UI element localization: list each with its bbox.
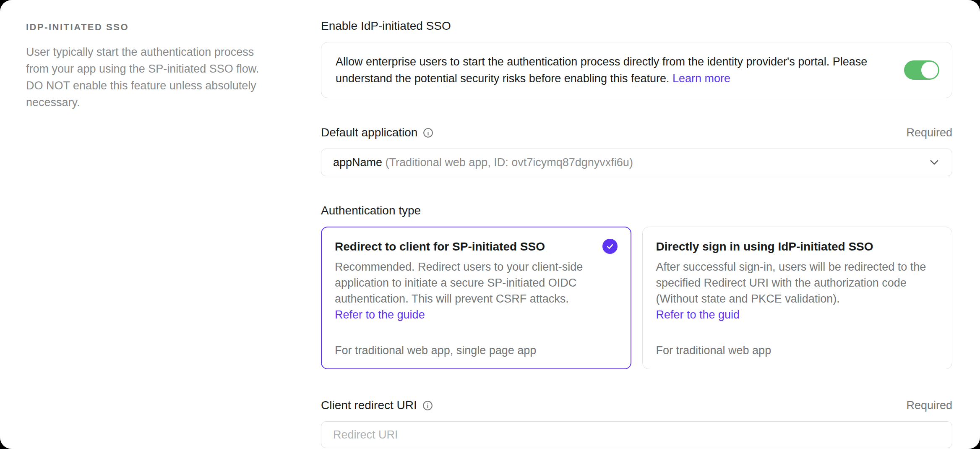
option-card-sp-initiated[interactable]: Redirect to client for SP-initiated SSO … [321,227,631,369]
required-badge: Required [906,399,952,412]
option-description: Recommended. Redirect users to your clie… [335,259,618,307]
enable-sso-description: Allow enterprise users to start the auth… [336,53,887,87]
learn-more-link[interactable]: Learn more [672,72,730,85]
option-title: Directly sign in using IdP-initiated SSO [656,239,873,255]
option-footnote: For traditional web app [656,326,939,357]
enable-sso-label-row: Enable IdP-initiated SSO [321,19,952,33]
option-card-idp-initiated[interactable]: Directly sign in using IdP-initiated SSO… [642,227,953,369]
toggle-knob [921,62,938,78]
section-title: IDP-INITIATED SSO [26,22,278,33]
selected-check-icon [602,239,618,254]
authentication-type-label-row: Authentication type [321,204,952,217]
settings-panel: IDP-INITIATED SSO User typically start t… [0,0,980,449]
required-badge: Required [906,126,952,139]
refer-guide-link[interactable]: Refer to the guide [335,307,425,323]
option-title: Redirect to client for SP-initiated SSO [335,239,545,255]
redirect-uri-input[interactable] [321,421,952,448]
client-redirect-uri-label: Client redirect URI [321,399,417,412]
client-redirect-uri-label-row: Client redirect URI Required [321,399,952,412]
refer-guide-link[interactable]: Refer to the guid [656,307,740,323]
enable-sso-description-text: Allow enterprise users to start the auth… [336,55,867,85]
default-application-select[interactable]: appName (Traditional web app, ID: ovt7ic… [321,149,952,176]
option-description: After successful sign-in, users will be … [656,259,939,307]
form-column: Enable IdP-initiated SSO Allow enterpris… [278,0,980,449]
authentication-type-label: Authentication type [321,204,421,217]
info-icon[interactable] [422,400,433,411]
option-footnote: For traditional web app, single page app [335,326,618,357]
enable-sso-toggle[interactable] [904,60,939,80]
chevron-down-icon [928,157,940,168]
section-sidebar: IDP-INITIATED SSO User typically start t… [0,0,278,449]
default-application-label: Default application [321,126,417,139]
selected-application-value: appName (Traditional web app, ID: ovt7ic… [333,156,633,169]
selected-application-meta: (Traditional web app, ID: ovt7icymq87dgn… [386,156,633,169]
section-description: User typically start the authentication … [26,44,278,111]
enable-sso-card: Allow enterprise users to start the auth… [321,42,952,98]
default-application-label-row: Default application Required [321,126,952,139]
info-icon[interactable] [422,127,434,138]
enable-sso-label: Enable IdP-initiated SSO [321,19,451,33]
authentication-type-options: Redirect to client for SP-initiated SSO … [321,227,952,369]
